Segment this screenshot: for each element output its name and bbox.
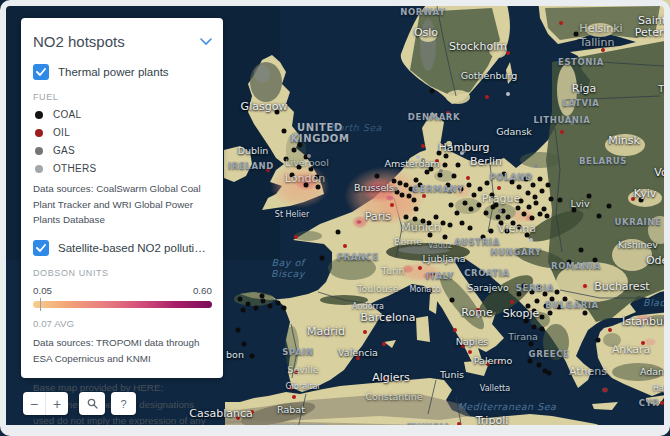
map-label: Dublin [238,146,269,157]
help-button[interactable]: ? [111,392,136,415]
zoom-control: − + [23,392,68,415]
search-button[interactable] [79,392,105,415]
checkbox-checked-icon[interactable] [33,240,49,256]
map-label: Munich [401,222,441,234]
map-label: UKRAINE [615,218,662,228]
map-label: Rabat [277,405,305,416]
map-label: Lviv [570,199,589,210]
fuel-item-oil: OIL [35,127,212,138]
checkbox-checked-icon[interactable] [33,64,49,80]
map-label: Helsinki [579,23,622,35]
map-label: Tallinn [580,37,615,49]
map-label: ITALY [426,272,454,282]
map-label: Paris [365,211,391,223]
map-label: bon [226,350,244,361]
map-label: Mediterranean Sea [458,402,557,413]
map-label: AUSTRIA [454,238,500,248]
map-label: Hat [653,385,667,394]
map-label: UNITED KINGDOM [291,122,350,144]
app-window: NORWAYDENMARKESTONIALATVIALITHUANIABELAR… [0,0,670,436]
map-label: Gibraltar [285,383,320,392]
map-label: Glasgow [241,101,288,113]
scale-min: 0.05 [33,285,52,296]
map-label: Tirana [508,332,538,343]
map-label: GREECE [529,350,570,360]
map-label: Tunis [440,370,464,381]
map-label: Valencia [338,348,378,359]
map-label: St Helier [275,211,309,220]
chevron-down-icon[interactable] [200,32,212,50]
avg-tick [40,298,41,311]
map-label: Rome [461,307,492,319]
map-label: Sarajevo [467,283,509,294]
map-label: Bucharest [594,281,649,293]
map-label: Amsterdam [384,159,439,170]
map-label: Gdansk [496,127,532,138]
map-label: ROMANIA [551,262,601,272]
search-icon [87,395,98,413]
satellite-data-sources: Data sources: TROPOMI data through ESA C… [33,335,212,366]
dobson-units-heading: DOBSON UNITS [33,268,212,278]
map-label: Valletta [480,385,510,394]
map-label: Monaco [409,286,440,295]
gas-dot-icon [35,147,43,155]
map-label: Liverpool [285,158,329,169]
map-label: Am [640,425,656,436]
fuel-item-coal: COAL [35,109,212,120]
map-label: Ljubljana [423,254,466,265]
map-label: DENMARK [408,113,460,123]
map-label: Madrid [307,326,345,338]
map-label: North Sea [330,123,382,134]
layer-toggle-thermal-plants[interactable]: Thermal power plants [33,64,212,80]
map-label: Bay of Biscay [271,258,305,279]
map-label: Kishinev [618,240,658,251]
map-label: Vaduz [428,242,452,251]
map-label: Istanbul [622,316,666,328]
map-label: Berlin [470,156,502,168]
map-label: SERBIA [516,284,554,294]
fuel-item-others: OTHERS [35,163,212,174]
map-label: Andorra [352,303,384,312]
map-label: Tv [658,84,669,95]
map-label: LITHUANIA [534,116,591,126]
map-label: Minsk [608,135,640,147]
map-label: POLAND [489,173,532,183]
map-label: Toulouse [357,284,398,295]
map-label: CROATIA [464,269,509,279]
map-label: NORWAY [400,8,445,18]
avg-value: 0.07 AVG [33,318,212,329]
zoom-out-button[interactable]: − [23,392,45,415]
map-label: Brussels [354,183,394,194]
map-label: GERMANY [412,185,464,195]
map-label: Adan [640,367,664,378]
map-label: Odes [646,255,670,267]
layer-toggle-satellite-no2[interactable]: Satellite-based NO2 pollution l... [33,240,212,256]
zoom-in-button[interactable]: + [46,392,68,415]
map-label: Algiers [372,372,410,384]
map-label: ESTONIA [558,58,604,68]
map-label: HUNGARY [490,248,541,258]
map-label: IRELAND [228,162,274,172]
map-label: Prague [482,193,520,205]
fuel-item-gas: GAS [35,145,212,156]
plants-data-sources: Data sources: CoalSwarm Global Coal Plan… [33,181,212,228]
no2-gradient-scale [33,300,212,314]
map-label: Hamburg [439,142,490,154]
map-label: FRANCE [337,253,379,263]
oil-dot-icon [35,129,43,137]
map-label: LATVIA [562,99,599,109]
map-label: London [285,173,325,185]
map-label: Tripoli [476,415,509,427]
map-label: Stockholm [449,41,507,53]
map-label: Oslo [414,27,438,39]
map-label: TUNISIA [407,423,450,433]
map-label: Black [643,298,670,309]
map-label: Barcelona [361,312,416,324]
map-label: Kyiv [634,188,657,200]
panel-title: NO2 hotspots [33,33,125,50]
fuel-heading: FUEL [33,92,212,102]
layer-label: Satellite-based NO2 pollution l... [58,242,208,254]
map-label: Saint Peters [635,15,669,40]
map-label: Vo [654,167,667,179]
map-label: Berne [394,237,422,248]
